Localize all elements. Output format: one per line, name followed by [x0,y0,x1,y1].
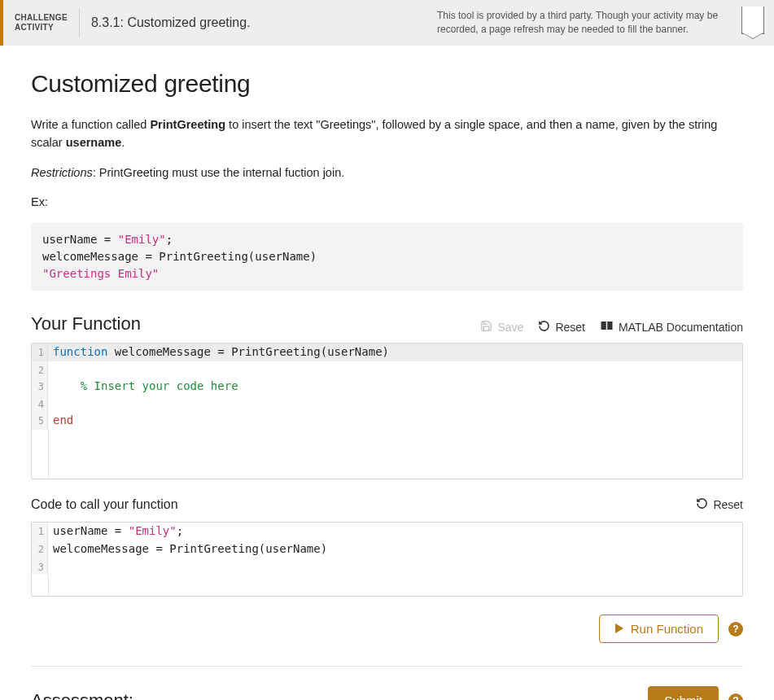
matlab-docs-button[interactable]: MATLAB Documentation [600,320,743,334]
play-icon [614,622,624,636]
activity-title: 8.3.1: Customized greeting. [91,15,251,30]
challenge-banner: CHALLENGE ACTIVITY 8.3.1: Customized gre… [0,0,774,46]
save-icon [480,320,492,335]
variable-name: username [66,136,122,149]
third-party-note: This tool is provided by a third party. … [437,9,730,37]
save-label: Save [497,321,523,334]
submit-help-button[interactable]: ? [728,693,743,700]
book-icon [600,320,614,334]
page-title: Customized greeting [31,70,743,98]
save-button[interactable]: Save [480,320,523,335]
progress-ribbon-icon [741,7,764,34]
section-divider [31,666,743,667]
reset-call-button[interactable]: Reset [696,497,743,512]
restriction-label: Restrictions [31,166,93,179]
example-code-block: userName = "Emily"; welcomeMessage = Pri… [31,223,743,291]
function-editor[interactable]: 1function welcomeMessage = PrintGreeting… [31,343,743,479]
your-function-header: Your Function Save Reset MATLAB Document… [31,313,743,335]
badge-line-1: CHALLENGE [15,13,68,23]
restriction-text: Restrictions: PrintGreeting must use the… [31,164,743,182]
function-name: PrintGreeting [150,118,225,131]
banner-separator [79,8,80,37]
example-label: Ex: [31,193,743,211]
run-function-button[interactable]: Run Function [599,615,719,643]
svg-marker-0 [615,623,623,633]
reset-icon [696,497,708,512]
submit-button[interactable]: Submit [648,686,719,700]
run-help-button[interactable]: ? [728,622,743,637]
your-function-heading: Your Function [31,313,141,335]
activity-badge: CHALLENGE ACTIVITY [3,13,79,33]
badge-line-2: ACTIVITY [15,23,68,33]
run-label: Run Function [631,622,703,636]
call-heading: Code to call your function [31,497,178,512]
reset-icon [538,320,550,335]
reset-call-label: Reset [713,498,743,511]
reset-label: Reset [555,321,585,334]
docs-label: MATLAB Documentation [619,321,743,334]
call-function-header: Code to call your function Reset [31,497,743,512]
instruction-text: Write a function called PrintGreeting to… [31,116,743,152]
assessment-heading: Assessment: [31,690,133,700]
call-editor[interactable]: 1userName = "Emily"; 2welcomeMessage = P… [31,522,743,597]
reset-function-button[interactable]: Reset [538,320,585,335]
